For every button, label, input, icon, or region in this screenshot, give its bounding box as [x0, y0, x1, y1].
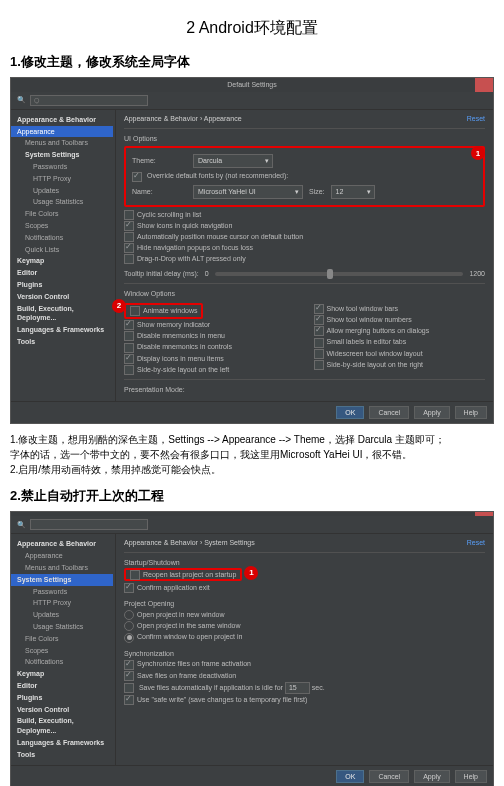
breadcrumb-text: Appearance & Behavior › Appearance [124, 115, 242, 122]
font-size-combo[interactable]: 12 [331, 185, 375, 199]
breadcrumb-text: Appearance & Behavior › System Settings [124, 539, 255, 546]
sidebar-item[interactable]: Editor [17, 680, 113, 692]
sidebar-item[interactable]: Appearance & Behavior [17, 114, 113, 126]
sidebar-item[interactable]: Notifications [17, 232, 113, 244]
note-line: 1.修改主题，想用别酷的深色主题，Settings --> Appearance… [10, 432, 494, 447]
search-input[interactable] [30, 519, 148, 530]
sidebar-item[interactable]: HTTP Proxy [17, 173, 113, 185]
sidebar-item[interactable]: Languages & Frameworks [17, 737, 113, 749]
sidebar: Appearance & Behavior Appearance Menus a… [11, 534, 116, 764]
animate-checkbox[interactable] [130, 306, 140, 316]
confirm-window-label: Confirm window to open project in [137, 633, 242, 640]
sidebar-item[interactable]: Keymap [17, 255, 113, 267]
reset-link[interactable]: Reset [467, 114, 485, 124]
dm-menu-checkbox[interactable] [124, 331, 134, 341]
close-icon[interactable] [475, 78, 493, 92]
sidebar-item[interactable]: Version Control [17, 291, 113, 303]
hidenav-checkbox[interactable] [124, 243, 134, 253]
theme-combo[interactable]: Darcula [193, 154, 273, 168]
save-auto-checkbox[interactable] [124, 683, 134, 693]
save-auto-suffix: sec. [312, 684, 325, 691]
sidebar-item[interactable]: HTTP Proxy [17, 597, 113, 609]
note-line: 2.启用/禁用动画特效，禁用掉感觉可能会快点。 [10, 462, 494, 477]
sidebar-item-system-settings[interactable]: System Settings [11, 574, 113, 586]
sidebar-item[interactable]: Plugins [17, 692, 113, 704]
sidebar-item[interactable]: Appearance & Behavior [17, 538, 113, 550]
sidebar-item[interactable]: Version Control [17, 704, 113, 716]
sidebar-item-appearance[interactable]: Appearance [11, 126, 113, 138]
sidebar-item[interactable]: Menus and Toolbars [17, 137, 113, 149]
screenshot-appearance: Default Settings 🔍 Appearance & Behavior… [10, 77, 494, 424]
help-button[interactable]: Help [455, 406, 487, 420]
tooltip-max: 1200 [469, 269, 485, 279]
sidebar-item[interactable]: Plugins [17, 279, 113, 291]
animate-label: Animate windows [143, 307, 197, 314]
ok-button[interactable]: OK [336, 770, 364, 784]
sbs-right-checkbox[interactable] [314, 360, 324, 370]
sidebar-item[interactable]: System Settings [17, 149, 113, 161]
sidebar-item[interactable]: Passwords [17, 586, 113, 598]
merge-checkbox[interactable] [314, 326, 324, 336]
font-name-combo[interactable]: Microsoft YaHei UI [193, 185, 303, 199]
sidebar-item[interactable]: Appearance [17, 550, 113, 562]
reset-link[interactable]: Reset [467, 538, 485, 548]
font-size-label: Size: [309, 187, 325, 197]
small-labels-checkbox[interactable] [314, 338, 324, 348]
safe-write-checkbox[interactable] [124, 695, 134, 705]
help-button[interactable]: Help [455, 770, 487, 784]
sidebar-item[interactable]: Usage Statistics [17, 621, 113, 633]
memory-checkbox[interactable] [124, 320, 134, 330]
sidebar-item[interactable]: Tools [17, 749, 113, 761]
search-input[interactable] [30, 95, 148, 106]
breadcrumb: Appearance & Behavior › System Settings … [124, 538, 485, 548]
save-frame-checkbox[interactable] [124, 671, 134, 681]
widescreen-checkbox[interactable] [314, 349, 324, 359]
apply-button[interactable]: Apply [414, 406, 450, 420]
small-labels-label: Small labels in editor tabs [327, 338, 407, 345]
dm-menu-label: Disable mnemonics in menu [137, 332, 225, 339]
sidebar-item[interactable]: Build, Execution, Deployme... [17, 303, 113, 325]
reopen-checkbox[interactable] [130, 570, 140, 580]
sbs-left-checkbox[interactable] [124, 365, 134, 375]
memory-label: Show memory indicator [137, 321, 210, 328]
open-new-radio[interactable] [124, 610, 134, 620]
sidebar-item[interactable]: Scopes [17, 645, 113, 657]
sidebar-item[interactable]: File Colors [17, 633, 113, 645]
sync-frame-label: Synchronize files on frame activation [137, 660, 251, 667]
dialog-footer: OK Cancel Apply Help [11, 401, 493, 424]
cancel-button[interactable]: Cancel [369, 770, 409, 784]
dnd-checkbox[interactable] [124, 254, 134, 264]
sidebar-item[interactable]: Usage Statistics [17, 196, 113, 208]
save-auto-input[interactable]: 15 [285, 682, 310, 694]
dm-ctrl-label: Disable mnemonics in controls [137, 343, 232, 350]
sidebar-item[interactable]: Menus and Toolbars [17, 562, 113, 574]
sidebar-item[interactable]: Build, Execution, Deployme... [17, 715, 113, 737]
sidebar-item[interactable]: File Colors [17, 208, 113, 220]
sidebar-item[interactable]: Passwords [17, 161, 113, 173]
sidebar-item[interactable]: Updates [17, 609, 113, 621]
open-same-radio[interactable] [124, 621, 134, 631]
sidebar-item[interactable]: Notifications [17, 656, 113, 668]
sidebar-item[interactable]: Quick Lists [17, 244, 113, 256]
search-icon: 🔍 [17, 95, 26, 105]
disp-icons-checkbox[interactable] [124, 354, 134, 364]
close-icon[interactable] [475, 512, 493, 516]
search-box: 🔍 [11, 516, 493, 534]
sidebar-item[interactable]: Keymap [17, 668, 113, 680]
override-fonts-checkbox[interactable] [132, 172, 142, 182]
sidebar-item[interactable]: Scopes [17, 220, 113, 232]
sidebar-item[interactable]: Tools [17, 336, 113, 348]
apply-button[interactable]: Apply [414, 770, 450, 784]
callout-1: 1 [471, 146, 485, 160]
sidebar-item[interactable]: Languages & Frameworks [17, 324, 113, 336]
sidebar-item[interactable]: Editor [17, 267, 113, 279]
cancel-button[interactable]: Cancel [369, 406, 409, 420]
showicons-checkbox[interactable] [124, 221, 134, 231]
tooltip-slider[interactable] [215, 272, 464, 276]
ok-button[interactable]: OK [336, 406, 364, 420]
confirm-exit-checkbox[interactable] [124, 583, 134, 593]
screenshot-system-settings: 🔍 Appearance & Behavior Appearance Menus… [10, 511, 494, 786]
sidebar-item[interactable]: Updates [17, 185, 113, 197]
confirm-window-radio[interactable] [124, 633, 134, 643]
tooltip-delay-label: Tooltip initial delay (ms): [124, 269, 199, 279]
